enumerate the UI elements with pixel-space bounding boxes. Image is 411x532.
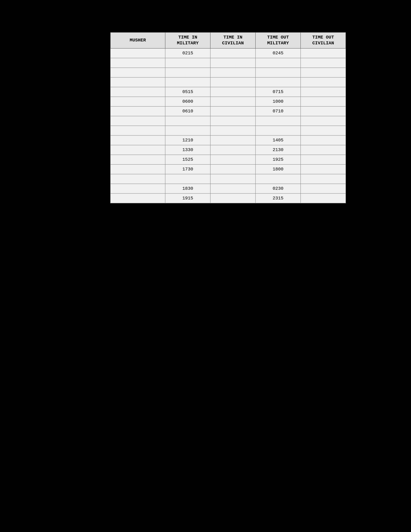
cell-time_in_civilian-2 xyxy=(210,68,255,77)
cell-time_out_military-11: 1925 xyxy=(255,155,301,164)
table-row xyxy=(110,174,346,184)
cell-time_in_civilian-3 xyxy=(210,77,255,87)
cell-time_in_civilian-8 xyxy=(210,126,255,135)
cell-time_in_civilian-0 xyxy=(210,48,255,58)
main-table: MUSHER TIME INMILITARY TIME INCIVILIAN T… xyxy=(110,32,346,203)
cell-musher-4 xyxy=(110,87,165,97)
table-wrapper: MUSHER TIME INMILITARY TIME INCIVILIAN T… xyxy=(110,32,346,203)
table-row: 15251925 xyxy=(110,155,346,164)
cell-time_in_civilian-4 xyxy=(210,87,255,97)
table-row: 02150245 xyxy=(110,48,346,58)
cell-time_out_civilian-10 xyxy=(301,145,346,155)
cell-time_out_civilian-9 xyxy=(301,135,346,145)
cell-time_out_civilian-11 xyxy=(301,155,346,164)
cell-time_in_military-4: 0515 xyxy=(165,87,210,97)
cell-time_in_civilian-14 xyxy=(210,184,255,193)
table-row: 06001000 xyxy=(110,97,346,106)
cell-time_out_military-7 xyxy=(255,116,301,126)
cell-time_out_military-9: 1405 xyxy=(255,135,301,145)
cell-musher-14 xyxy=(110,184,165,193)
cell-time_out_civilian-6 xyxy=(301,106,346,116)
cell-time_out_civilian-5 xyxy=(301,97,346,106)
cell-time_in_military-12: 1730 xyxy=(165,164,210,174)
cell-time_in_civilian-15 xyxy=(210,193,255,203)
cell-time_out_civilian-13 xyxy=(301,174,346,184)
cell-time_in_civilian-6 xyxy=(210,106,255,116)
table-row xyxy=(110,116,346,126)
header-time-in-military: TIME INMILITARY xyxy=(165,32,210,48)
cell-time_out_military-2 xyxy=(255,68,301,77)
cell-musher-15 xyxy=(110,193,165,203)
cell-musher-12 xyxy=(110,164,165,174)
cell-time_in_civilian-9 xyxy=(210,135,255,145)
cell-time_out_military-1 xyxy=(255,58,301,68)
cell-time_in_military-6: 0610 xyxy=(165,106,210,116)
cell-time_out_civilian-1 xyxy=(301,58,346,68)
cell-time_out_civilian-2 xyxy=(301,68,346,77)
table-row xyxy=(110,77,346,87)
cell-musher-10 xyxy=(110,145,165,155)
cell-time_in_civilian-13 xyxy=(210,174,255,184)
table-row xyxy=(110,126,346,135)
cell-time_in_military-0: 0215 xyxy=(165,48,210,58)
cell-time_out_military-15: 2315 xyxy=(255,193,301,203)
header-time-in-civilian: TIME INCIVILIAN xyxy=(210,32,255,48)
table-row xyxy=(110,68,346,77)
cell-time_out_civilian-12 xyxy=(301,164,346,174)
cell-time_in_military-2 xyxy=(165,68,210,77)
cell-time_in_military-3 xyxy=(165,77,210,87)
cell-time_out_military-13 xyxy=(255,174,301,184)
cell-time_out_military-5: 1000 xyxy=(255,97,301,106)
table-row: 05150715 xyxy=(110,87,346,97)
cell-time_out_military-12: 1800 xyxy=(255,164,301,174)
cell-time_in_military-15: 1915 xyxy=(165,193,210,203)
cell-time_in_military-9: 1210 xyxy=(165,135,210,145)
cell-musher-3 xyxy=(110,77,165,87)
page-container: MUSHER TIME INMILITARY TIME INCIVILIAN T… xyxy=(0,0,411,532)
cell-musher-8 xyxy=(110,126,165,135)
table-row: 12101405 xyxy=(110,135,346,145)
cell-musher-7 xyxy=(110,116,165,126)
cell-time_in_military-8 xyxy=(165,126,210,135)
cell-time_out_civilian-15 xyxy=(301,193,346,203)
cell-time_out_military-6: 0710 xyxy=(255,106,301,116)
cell-time_out_military-3 xyxy=(255,77,301,87)
cell-time_out_civilian-0 xyxy=(301,48,346,58)
cell-time_in_military-10: 1330 xyxy=(165,145,210,155)
cell-time_in_military-11: 1525 xyxy=(165,155,210,164)
cell-time_out_military-8 xyxy=(255,126,301,135)
cell-time_in_military-1 xyxy=(165,58,210,68)
header-musher: MUSHER xyxy=(110,32,165,48)
cell-time_in_civilian-11 xyxy=(210,155,255,164)
cell-time_in_civilian-1 xyxy=(210,58,255,68)
cell-musher-6 xyxy=(110,106,165,116)
cell-musher-11 xyxy=(110,155,165,164)
cell-time_out_military-0: 0245 xyxy=(255,48,301,58)
table-row: 17301800 xyxy=(110,164,346,174)
table-row: 19152315 xyxy=(110,193,346,203)
cell-time_in_civilian-5 xyxy=(210,97,255,106)
cell-time_in_civilian-7 xyxy=(210,116,255,126)
cell-time_in_civilian-12 xyxy=(210,164,255,174)
cell-musher-5 xyxy=(110,97,165,106)
cell-time_out_civilian-4 xyxy=(301,87,346,97)
cell-time_out_military-14: 0230 xyxy=(255,184,301,193)
cell-musher-2 xyxy=(110,68,165,77)
cell-time_out_civilian-8 xyxy=(301,126,346,135)
cell-time_out_military-4: 0715 xyxy=(255,87,301,97)
cell-musher-9 xyxy=(110,135,165,145)
header-time-out-military: TIME OUTMILITARY xyxy=(255,32,301,48)
table-row xyxy=(110,58,346,68)
cell-time_out_military-10: 2130 xyxy=(255,145,301,155)
table-row: 13302130 xyxy=(110,145,346,155)
cell-musher-13 xyxy=(110,174,165,184)
cell-time_out_civilian-7 xyxy=(301,116,346,126)
cell-time_in_military-7 xyxy=(165,116,210,126)
cell-time_out_civilian-14 xyxy=(301,184,346,193)
cell-musher-1 xyxy=(110,58,165,68)
table-row: 06100710 xyxy=(110,106,346,116)
cell-time_in_military-5: 0600 xyxy=(165,97,210,106)
cell-time_in_civilian-10 xyxy=(210,145,255,155)
header-time-out-civilian: TIME OUTCIVILIAN xyxy=(301,32,346,48)
cell-musher-0 xyxy=(110,48,165,58)
